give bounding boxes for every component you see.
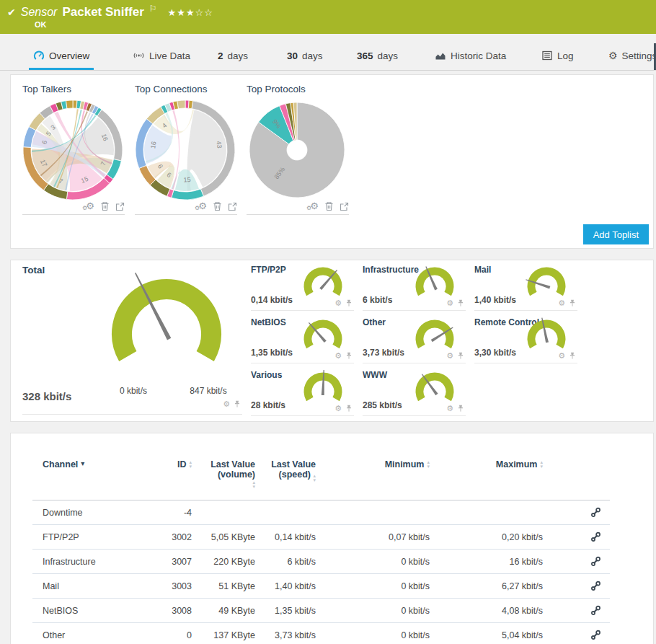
channel-gauge-label: Other [363, 317, 386, 327]
open-external-icon[interactable] [340, 202, 349, 211]
channel-name-cell: Downtime [32, 508, 152, 518]
maximum-cell: 5,04 kbit/s [430, 630, 543, 640]
last-value-volume-cell: 49 KByte [192, 606, 255, 616]
channel-gauge-cell: FTP/P2P 0,14 kbit/s ⚙ [251, 262, 354, 311]
flag-icon[interactable]: ⚐ [149, 4, 157, 14]
open-external-icon[interactable] [228, 202, 237, 211]
pin-icon[interactable] [457, 299, 464, 307]
table-row[interactable]: Infrastructure 3007 220 KByte 6 kbit/s 0… [32, 550, 610, 574]
channel-settings-wrench-icon[interactable] [590, 630, 601, 640]
priority-stars[interactable]: ★★★☆☆ [168, 7, 213, 18]
open-external-icon[interactable] [115, 202, 125, 211]
total-label: Total [22, 265, 45, 275]
channels-table-panel: Channel ▾ ID ▴▾ Last Value (volume) ▴▾ L… [10, 433, 654, 644]
minimum-cell: 0 kbit/s [316, 630, 430, 640]
pin-icon[interactable] [457, 352, 464, 360]
column-header-minimum[interactable]: Minimum ▴▾ [316, 459, 430, 469]
tab-2-days[interactable]: 2days [213, 43, 252, 68]
minimum-cell: 0 kbit/s [316, 557, 430, 567]
last-value-volume-cell: 137 KByte [192, 630, 255, 640]
delete-trash-icon[interactable] [324, 201, 334, 211]
channel-settings-wrench-icon[interactable] [590, 507, 601, 518]
column-header-last-value-speed[interactable]: Last Value (speed) ▴▾ [255, 459, 316, 482]
channel-settings-wrench-icon[interactable] [590, 531, 601, 542]
channel-name-cell: FTP/P2P [32, 532, 152, 542]
gear-icon[interactable]: ⚙ [334, 299, 342, 307]
tab-settings[interactable]: ⚙ Settings [604, 43, 656, 68]
channel-gauge-cell: WWW 285 kbit/s ⚙ [363, 367, 466, 416]
last-value-volume-cell: 220 KByte [192, 557, 255, 567]
maximum-cell: 0,20 kbit/s [430, 532, 543, 542]
tab-365-days[interactable]: 365days [353, 43, 402, 68]
channel-gauge-label: FTP/P2P [251, 265, 286, 275]
channel-settings-wrench-icon[interactable] [590, 581, 601, 591]
pin-icon[interactable] [569, 352, 576, 360]
table-row[interactable]: FTP/P2P 3002 5,05 KByte 0,14 kbit/s 0,07… [32, 525, 610, 550]
last-value-speed-cell: 1,35 kbit/s [255, 606, 316, 616]
channel-name-cell: NetBIOS [32, 606, 152, 616]
pin-icon[interactable] [345, 405, 353, 413]
tab-log[interactable]: Log [537, 43, 578, 68]
column-header-maximum[interactable]: Maximum ▴▾ [430, 459, 543, 469]
gear-icon[interactable]: ⚙ [446, 405, 453, 413]
column-header-channel[interactable]: Channel ▾ [32, 459, 152, 469]
channel-id-cell: 3002 [152, 532, 192, 542]
channel-gauge-cell: Other 3,73 kbit/s ⚙ [363, 314, 466, 363]
table-row[interactable]: Mail 3003 51 KByte 1,40 kbit/s 0 kbit/s … [32, 574, 610, 599]
gear-icon[interactable]: ⚙ [223, 400, 230, 408]
table-row[interactable]: Downtime -4 [32, 500, 610, 525]
toplist-top-talkers: Top Talkers 16715717653 ⚙⚙ [22, 84, 125, 215]
gear-icon[interactable]: ⚙ [334, 352, 342, 360]
svg-text:16: 16 [149, 141, 157, 149]
add-toplist-button[interactable]: Add Toplist [583, 224, 649, 244]
table-row[interactable]: NetBIOS 3008 49 KByte 1,35 kbit/s 0 kbit… [32, 599, 610, 623]
tab-historic-data[interactable]: Historic Data [430, 43, 510, 68]
tab-30-days[interactable]: 30days [283, 43, 327, 68]
channel-gauge-label: WWW [363, 370, 387, 380]
pin-icon[interactable] [234, 400, 241, 408]
column-header-id[interactable]: ID ▴▾ [152, 459, 192, 469]
pin-icon[interactable] [345, 299, 353, 307]
object-kind-label: Sensor [21, 6, 58, 19]
toplist-options-icon[interactable]: ⚙⚙ [307, 201, 319, 211]
pin-icon[interactable] [569, 299, 576, 307]
gear-icon[interactable]: ⚙ [446, 352, 453, 360]
channel-settings-wrench-icon[interactable] [590, 605, 601, 616]
channel-gauge-value: 0,14 kbit/s [251, 295, 293, 305]
delete-trash-icon[interactable] [100, 201, 110, 211]
channel-gauge-label: NetBIOS [251, 317, 286, 327]
minimum-cell: 0 kbit/s [316, 581, 430, 591]
column-header-last-value-volume[interactable]: Last Value (volume) ▴▾ [192, 459, 255, 489]
channel-id-cell: 3008 [152, 606, 192, 616]
delete-trash-icon[interactable] [213, 201, 222, 211]
table-row[interactable]: Other 0 137 KByte 3,73 kbit/s 0 kbit/s 5… [32, 623, 610, 644]
tab-overview[interactable]: Overview [29, 43, 94, 70]
channel-settings-wrench-icon[interactable] [590, 556, 601, 567]
toplist-options-icon[interactable]: ⚙⚙ [195, 201, 207, 211]
total-gauge [84, 262, 249, 383]
prtg-sensor-page: ✔ Sensor Packet Sniffer ⚐ ★★★☆☆ OK Overv… [0, 0, 656, 644]
tab-live-data[interactable]: Live Data [128, 43, 195, 68]
channel-gauges-grid: FTP/P2P 0,14 kbit/s ⚙ Infrastructure [251, 262, 586, 420]
channel-id-cell: 0 [152, 630, 192, 640]
toplist-title: Top Talkers [22, 84, 125, 100]
pin-icon[interactable] [457, 405, 464, 413]
channel-gauge-value: 6 kbit/s [363, 295, 392, 305]
channel-gauge-cell: Mail 1,40 kbit/s ⚙ [474, 262, 577, 311]
pin-icon[interactable] [345, 352, 353, 360]
gear-icon[interactable]: ⚙ [446, 299, 453, 307]
toplist-options-icon[interactable]: ⚙⚙ [83, 201, 94, 211]
channel-gauge-value: 1,35 kbit/s [251, 348, 293, 358]
channel-gauge-value: 1,40 kbit/s [474, 295, 516, 305]
top-protocols-donut-chart: 85%9% [247, 100, 347, 200]
channel-name-cell: Infrastructure [32, 557, 152, 567]
toplist-title: Top Connections [135, 84, 237, 100]
tab-bar: Overview Live Data 2days 30days 365days … [0, 43, 656, 71]
gear-icon[interactable]: ⚙ [334, 405, 342, 413]
gear-icon[interactable]: ⚙ [558, 352, 565, 360]
channel-gauge-cell: Various 28 kbit/s ⚙ [251, 367, 354, 416]
channel-id-cell: -4 [152, 508, 192, 518]
channel-gauge-value: 28 kbit/s [251, 400, 285, 410]
toplists-panel: Top Talkers 16715717653 ⚙⚙ Top Connectio… [10, 74, 654, 249]
gear-icon[interactable]: ⚙ [558, 299, 565, 307]
